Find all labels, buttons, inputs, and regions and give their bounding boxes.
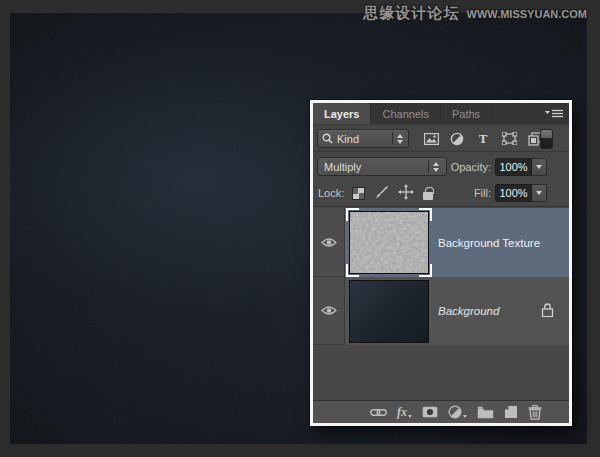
chevron-down-icon [536, 191, 542, 195]
layers-empty-area [313, 345, 569, 399]
opacity-input[interactable]: 100% [495, 158, 532, 176]
panel-menu-icon [545, 109, 563, 119]
layer-name[interactable]: Background [438, 305, 499, 317]
eye-icon [321, 305, 337, 316]
watermark: 思缘设计论坛 WWW.MISSYUAN.COM [364, 4, 587, 23]
layer-row-background-texture[interactable]: Background Texture [313, 208, 569, 277]
filter-row: Kind T [313, 126, 569, 152]
watermark-site-url: WWW.MISSYUAN.COM [467, 8, 587, 20]
blend-mode-value: Multiply [324, 161, 361, 173]
tab-paths-label: Paths [452, 108, 480, 120]
chevron-down-icon [536, 165, 542, 169]
fill-slider-button[interactable] [532, 184, 547, 202]
blend-mode-dropdown[interactable]: Multiply [317, 157, 447, 176]
filter-kind-dropdown[interactable]: Kind [317, 129, 409, 148]
link-layers-icon[interactable] [370, 404, 387, 420]
lock-all-icon[interactable] [423, 192, 433, 200]
eye-icon [321, 237, 337, 248]
shape-filter-icon[interactable] [501, 131, 517, 147]
filter-kind-value: Kind [337, 133, 359, 145]
visibility-toggle[interactable] [313, 208, 345, 276]
tab-layers[interactable]: Layers [313, 103, 371, 124]
lock-label: Lock: [318, 187, 344, 199]
layer-style-icon[interactable]: fx [397, 404, 412, 420]
panel-bottom-toolbar: fx [313, 400, 569, 423]
layers-panel: Layers Channels Paths Kind [310, 100, 572, 426]
lock-row: Lock: Fill: 100% [313, 180, 569, 207]
opacity-slider-button[interactable] [532, 158, 547, 176]
pixel-filter-icon[interactable] [423, 131, 439, 147]
layer-thumbnail-background-texture[interactable] [349, 211, 429, 274]
chevron-down-icon [463, 415, 467, 418]
new-layer-icon[interactable] [504, 404, 518, 420]
tab-channels[interactable]: Channels [371, 103, 440, 124]
selection-bracket [346, 264, 359, 277]
type-filter-glyph: T [479, 132, 488, 145]
layer-mask-icon[interactable] [422, 404, 438, 420]
panel-menu-button[interactable] [539, 103, 569, 124]
updown-arrows-icon [433, 162, 440, 172]
adjustment-filter-icon[interactable] [449, 131, 465, 147]
type-filter-icon[interactable]: T [475, 131, 491, 147]
lock-transparency-icon[interactable] [352, 187, 365, 200]
layer-name[interactable]: Background Texture [438, 237, 540, 249]
lock-position-icon[interactable] [398, 184, 414, 202]
lock-icon [541, 303, 554, 318]
selection-bracket [346, 208, 359, 221]
watermark-site-name: 思缘设计论坛 [364, 4, 460, 23]
layers-list: Background Texture Background [313, 208, 569, 400]
chevron-down-icon [408, 415, 412, 418]
selection-bracket [419, 208, 432, 221]
tab-layers-label: Layers [324, 108, 359, 120]
panel-tab-bar: Layers Channels Paths [313, 103, 569, 125]
updown-arrows-icon [397, 134, 404, 144]
visibility-toggle[interactable] [313, 277, 345, 344]
fill-input[interactable]: 100% [495, 184, 532, 202]
layer-row-background[interactable]: Background [313, 277, 569, 345]
new-group-icon[interactable] [477, 404, 494, 420]
lock-pixels-icon[interactable] [374, 185, 389, 202]
search-icon [322, 133, 333, 144]
tab-paths[interactable]: Paths [441, 103, 492, 124]
selection-bracket [419, 264, 432, 277]
delete-layer-icon[interactable] [528, 404, 542, 420]
layer-locked-badge [541, 303, 554, 320]
tab-channels-label: Channels [382, 108, 428, 120]
opacity-label: Opacity: [451, 161, 491, 173]
layer-thumbnail-background[interactable] [349, 280, 429, 343]
blend-row: Multiply Opacity: 100% [313, 153, 569, 180]
fill-label: Fill: [474, 187, 491, 199]
adjustment-layer-icon[interactable] [448, 404, 467, 420]
filter-toggle-switch[interactable] [540, 129, 553, 149]
